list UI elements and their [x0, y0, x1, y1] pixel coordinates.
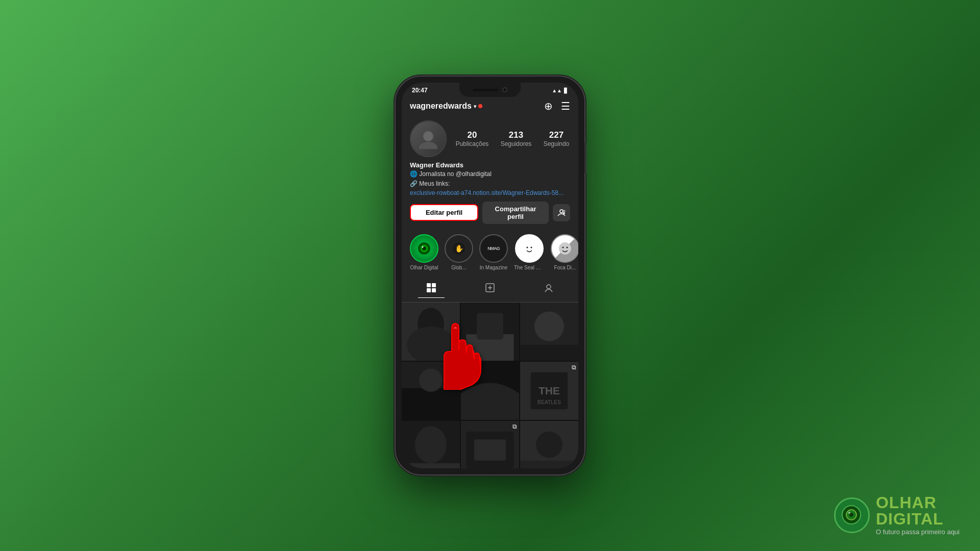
grid-cell-5[interactable] [461, 362, 519, 420]
highlight-glob[interactable]: ✋ Glob... [445, 234, 473, 270]
highlight-label-foca: Foca Di... [554, 265, 576, 270]
svg-text:THE: THE [538, 385, 560, 396]
stat-number-following: 227 [544, 130, 570, 140]
svg-point-12 [523, 242, 535, 255]
watermark-text-block: OLHAR DIGITAL O futuro passa primeiro aq… [876, 494, 960, 536]
status-time: 20:47 [412, 87, 428, 94]
profile-link[interactable]: exclusive-rowboat-a74.notion.site/Wagner… [410, 189, 570, 196]
grid-cell-4[interactable]: ⧉ [402, 362, 460, 420]
svg-point-9 [422, 246, 424, 247]
stat-label-followers: Seguidores [501, 140, 532, 147]
status-bar: 20:47 ▲▲ ▊ [402, 83, 578, 96]
svg-rect-34 [520, 345, 578, 361]
highlights-row: Olhar Digital ✋ Glob... NMAG [402, 228, 578, 277]
svg-point-15 [559, 242, 571, 255]
svg-rect-18 [427, 283, 431, 287]
notch-camera [502, 87, 507, 92]
svg-rect-20 [427, 288, 431, 292]
svg-point-1 [419, 142, 437, 149]
grid-cell-1[interactable] [402, 303, 460, 361]
svg-point-44 [415, 426, 447, 463]
grid-cell-2[interactable] [461, 303, 519, 361]
notch-speaker [473, 89, 498, 91]
tab-tagged[interactable] [535, 281, 562, 298]
highlight-seal-daily[interactable]: The Seal Daily [514, 234, 545, 270]
grid-cell-7[interactable] [402, 421, 460, 468]
svg-point-37 [419, 368, 443, 392]
highlight-circle-olhar [410, 234, 438, 263]
phone-screen: 20:47 ▲▲ ▊ wagneredwards ▾ [402, 83, 578, 468]
ig-header: wagneredwards ▾ ⊕ ☰ [402, 96, 578, 116]
svg-text:✋: ✋ [455, 244, 464, 253]
photo-grid: ⧉ THE BEATLES [402, 303, 578, 468]
multi-icon-8: ⧉ [512, 423, 517, 430]
svg-point-25 [547, 285, 551, 289]
svg-rect-36 [402, 388, 460, 419]
edit-profile-button[interactable]: Editar perfil [410, 204, 478, 221]
svg-point-13 [527, 246, 528, 248]
svg-point-2 [560, 210, 563, 213]
svg-rect-48 [474, 439, 506, 460]
highlight-olhar-digital[interactable]: Olhar Digital [410, 234, 438, 270]
watermark-slogan: O futuro passa primeiro aqui [876, 528, 960, 536]
svg-point-14 [531, 246, 532, 248]
grid-cell-6[interactable]: THE BEATLES ⧉ [520, 362, 578, 420]
add-icon[interactable]: ⊕ [544, 100, 553, 112]
dropdown-arrow-icon: ▾ [474, 104, 476, 109]
username-area[interactable]: wagneredwards ▾ [410, 102, 482, 111]
highlight-circle-glob: ✋ [445, 234, 473, 263]
highlight-label-magazine: In Magazine [480, 265, 507, 270]
grid-cell-3[interactable] [520, 303, 578, 361]
profile-section: 20 Publicações 213 Seguidores 227 Seguin… [402, 116, 578, 228]
profile-bio-links: 🔗 Meus links: [410, 180, 570, 188]
grid-cell-8[interactable]: ⧉ [461, 421, 519, 468]
avatar-image [411, 121, 446, 156]
brand-part1: OLHAR [876, 493, 937, 512]
multi-icon-4: ⧉ [453, 364, 458, 371]
phone-frame: 20:47 ▲▲ ▊ wagneredwards ▾ [396, 77, 584, 474]
discover-people-button[interactable] [553, 204, 570, 221]
stat-following: 227 Seguindo [544, 130, 570, 147]
live-dot [478, 104, 482, 108]
tab-add-tagged[interactable] [477, 281, 503, 298]
svg-rect-19 [432, 283, 436, 287]
grid-cell-9[interactable] [520, 421, 578, 468]
highlight-label-glob: Glob... [451, 265, 466, 270]
username-text: wagneredwards [410, 102, 472, 111]
svg-point-63 [848, 512, 850, 514]
phone-container: 20:47 ▲▲ ▊ wagneredwards ▾ [396, 77, 584, 474]
status-icons: ▲▲ ▊ [552, 88, 568, 93]
svg-point-0 [423, 131, 433, 141]
stat-number-publications: 20 [456, 130, 489, 140]
action-buttons: Editar perfil Compartilhar perfil [410, 202, 570, 224]
multi-icon-6: ⧉ [572, 364, 576, 371]
highlight-in-magazine[interactable]: NMAG In Magazine [479, 234, 508, 270]
svg-text:BEATLES: BEATLES [537, 399, 561, 405]
stat-publications: 20 Publicações [456, 130, 489, 147]
notch [459, 83, 521, 97]
stat-followers: 213 Seguidores [501, 130, 532, 147]
svg-point-33 [534, 311, 564, 341]
svg-rect-21 [432, 288, 436, 292]
watermark-logo [834, 497, 870, 533]
highlight-foca[interactable]: Foca Di... [551, 234, 578, 270]
tab-grid[interactable] [418, 281, 445, 298]
menu-icon[interactable]: ☰ [561, 100, 570, 112]
svg-point-16 [562, 246, 564, 248]
signal-icon: ▲▲ [552, 88, 562, 93]
profile-bio-journalist: 🌐 Jornalista no @olhardigital [410, 170, 570, 179]
highlight-label-olhar: Olhar Digital [410, 265, 438, 270]
watermark-brand: OLHAR DIGITAL [876, 494, 960, 527]
share-profile-button[interactable]: Compartilhar perfil [482, 202, 549, 224]
avatar [410, 120, 447, 157]
watermark: OLHAR DIGITAL O futuro passa primeiro aq… [834, 494, 960, 536]
stat-label-following: Seguindo [544, 140, 570, 147]
links-icon: 🔗 [410, 180, 418, 187]
stat-label-publications: Publicações [456, 140, 489, 147]
highlight-label-seal: The Seal Daily [514, 265, 545, 270]
profile-stats: 20 Publicações 213 Seguidores 227 Seguin… [455, 130, 570, 147]
svg-rect-45 [402, 463, 460, 468]
header-icons: ⊕ ☰ [544, 100, 570, 112]
tab-bar [402, 277, 578, 303]
battery-icon: ▊ [564, 88, 568, 93]
